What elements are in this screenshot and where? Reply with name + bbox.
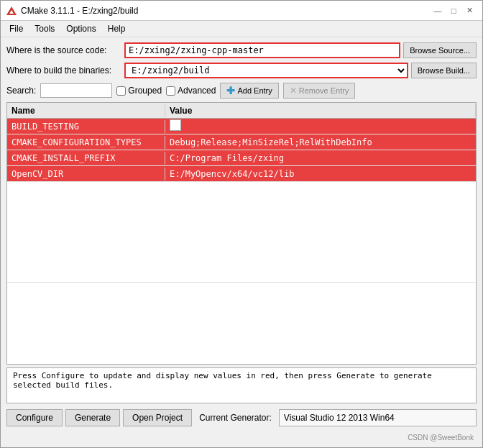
window-title: CMake 3.11.1 - E:/zxing2/build — [21, 6, 138, 16]
status-bar: Press Configure to update and display ne… — [6, 367, 477, 403]
cell-value-0 — [165, 119, 476, 134]
cell-name-2: CMAKE_INSTALL_PREFIX — [7, 152, 165, 165]
menu-help[interactable]: Help — [102, 22, 132, 35]
generator-value-input — [279, 409, 477, 426]
source-input[interactable] — [124, 42, 400, 58]
grouped-label: Grouped — [128, 86, 162, 96]
search-label: Search: — [6, 86, 36, 96]
watermark: CSDN @SweetBonk — [6, 432, 477, 443]
add-icon: ✚ — [226, 85, 235, 96]
menu-file[interactable]: File — [4, 22, 29, 35]
cell-name-1: CMAKE_CONFIGURATION_TYPES — [7, 136, 165, 149]
title-controls: — □ ✕ — [431, 4, 477, 18]
build-label: Where to build the binaries: — [6, 65, 121, 76]
bottom-bar: Configure Generate Open Project Current … — [6, 406, 477, 429]
menu-bar: File Tools Options Help — [1, 21, 482, 37]
browse-build-button[interactable]: Browse Build... — [411, 63, 477, 78]
grouped-checkbox-label[interactable]: Grouped — [116, 86, 162, 96]
source-label: Where is the source code: — [6, 45, 121, 55]
grouped-checkbox[interactable] — [116, 86, 126, 96]
main-window: CMake 3.11.1 - E:/zxing2/build — □ ✕ Fil… — [0, 0, 483, 448]
table-row[interactable]: BUILD_TESTING — [7, 119, 476, 134]
remove-entry-button[interactable]: ✕ Remove Entry — [283, 83, 356, 99]
add-entry-label: Add Entry — [237, 86, 272, 95]
cell-name-0: BUILD_TESTING — [7, 120, 165, 133]
build-select[interactable]: E:/zxing2/build — [124, 63, 408, 78]
cell-value-2: C:/Program Files/zxing — [165, 152, 476, 165]
close-button[interactable]: ✕ — [462, 4, 477, 18]
table-body: BUILD_TESTING CMAKE_CONFIGURATION_TYPES … — [7, 119, 476, 364]
table-row[interactable]: CMAKE_INSTALL_PREFIX C:/Program Files/zx… — [7, 150, 476, 166]
table-row[interactable]: OpenCV_DIR E:/MyOpencv/x64/vc12/lib — [7, 166, 476, 182]
main-content: Where is the source code: Browse Source.… — [1, 37, 482, 447]
menu-tools[interactable]: Tools — [29, 22, 60, 35]
table-row[interactable]: CMAKE_CONFIGURATION_TYPES Debug;Release;… — [7, 134, 476, 150]
remove-icon: ✕ — [290, 86, 297, 96]
add-entry-button[interactable]: ✚ Add Entry — [220, 83, 278, 99]
remove-entry-label: Remove Entry — [299, 86, 349, 95]
current-generator-label: Current Generator: — [195, 411, 276, 424]
open-project-button[interactable]: Open Project — [123, 409, 192, 426]
entries-table: Name Value BUILD_TESTING CMAKE_CONFIGURA… — [6, 102, 477, 365]
title-bar: CMake 3.11.1 - E:/zxing2/build — □ ✕ — [1, 1, 482, 21]
table-header: Name Value — [7, 103, 476, 119]
title-bar-left: CMake 3.11.1 - E:/zxing2/build — [6, 6, 138, 16]
watermark-text: CSDN @SweetBonk — [408, 434, 474, 442]
cell-name-3: OpenCV_DIR — [7, 168, 165, 180]
maximize-button[interactable]: □ — [446, 4, 461, 18]
advanced-label: Advanced — [178, 86, 216, 96]
browse-source-button[interactable]: Browse Source... — [403, 42, 477, 58]
table-row-empty — [7, 182, 476, 283]
checkbox-value-0[interactable] — [170, 119, 181, 131]
status-text: Press Configure to update and display ne… — [13, 371, 432, 390]
generate-button[interactable]: Generate — [65, 409, 120, 426]
minimize-button[interactable]: — — [431, 4, 445, 18]
header-value: Value — [165, 104, 476, 117]
search-row: Search: Grouped Advanced ✚ Add Entry ✕ R… — [6, 82, 477, 99]
cmake-icon — [6, 6, 17, 15]
cell-value-3: E:/MyOpencv/x64/vc12/lib — [165, 168, 476, 180]
configure-button[interactable]: Configure — [6, 409, 63, 426]
advanced-checkbox[interactable] — [166, 86, 175, 96]
advanced-checkbox-label[interactable]: Advanced — [166, 86, 216, 96]
build-row: Where to build the binaries: E:/zxing2/b… — [6, 62, 477, 79]
search-input[interactable] — [40, 83, 112, 98]
menu-options[interactable]: Options — [60, 22, 101, 35]
source-row: Where is the source code: Browse Source.… — [6, 42, 477, 59]
cell-value-1: Debug;Release;MinSizeRel;RelWithDebInfo — [165, 136, 476, 149]
header-name: Name — [7, 104, 165, 117]
